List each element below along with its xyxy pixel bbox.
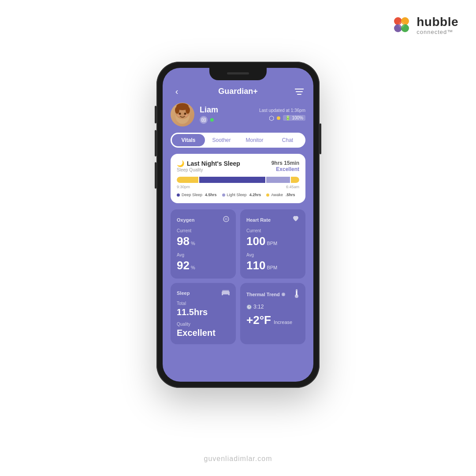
svg-rect-21: [222, 290, 229, 292]
svg-point-15: [177, 115, 180, 116]
sleep-quality-label-bottom: Quality: [177, 322, 230, 327]
svg-point-11: [184, 113, 186, 115]
svg-point-13: [175, 107, 179, 114]
oxygen-title: Oxygen: [177, 217, 194, 223]
heart-rate-current-unit: BPM: [267, 241, 277, 246]
hubble-logo: hubble connected™: [391, 15, 458, 36]
oxygen-current-value: 98: [177, 234, 190, 248]
bed-icon: [222, 289, 230, 297]
legend-light-value: 4.2hrs: [249, 193, 261, 197]
sleep-quality-value-bottom: Excellent: [177, 328, 216, 338]
status-dot-yellow: [277, 116, 280, 120]
battery-icon: 🔋: [285, 115, 290, 120]
legend-light-label: Light Sleep: [227, 193, 247, 197]
status-dot-green: [210, 118, 214, 122]
thermal-clock-icon: 🕐: [246, 305, 252, 309]
battery-value: 100%: [292, 115, 303, 120]
legend-deep-value: 4.5hrs: [205, 193, 217, 197]
mute-button: [155, 106, 156, 123]
heart-rate-avg-label: Avg: [246, 253, 299, 257]
legend-dot-light: [222, 193, 225, 197]
filter-button[interactable]: [293, 88, 305, 95]
oxygen-avg-value: 92: [177, 259, 190, 272]
svg-rect-22: [222, 294, 223, 295]
volume-down-button: [155, 162, 156, 189]
oxygen-avg-row: 92 %: [177, 259, 230, 272]
thermal-trend-label: Increase: [274, 320, 292, 325]
moon-icon: 🌙: [177, 160, 184, 167]
tab-chat[interactable]: Chat: [271, 134, 304, 146]
legend-awake-value: .5hrs: [286, 193, 295, 197]
tab-monitor[interactable]: Monitor: [238, 134, 271, 146]
svg-point-19: [223, 216, 229, 222]
svg-point-14: [186, 107, 190, 114]
legend-awake: Awake .5hrs: [266, 193, 295, 197]
speaker: [227, 72, 249, 74]
heart-rate-avg-row: 110 BPM: [246, 259, 299, 272]
power-button: [320, 123, 321, 154]
legend-deep-label: Deep Sleep: [182, 193, 202, 197]
sleep-quality-row: Excellent: [177, 328, 230, 338]
sleep-bar-light: [266, 177, 290, 183]
notch: [209, 68, 267, 80]
heart-rate-current-row: 100 BPM: [246, 234, 299, 248]
profile-status: Last updated at 1:36pm ⬡ 🔋 100%: [259, 108, 305, 122]
oxygen-avg-label: Avg: [177, 253, 230, 257]
svg-rect-23: [228, 294, 230, 295]
profile-icon-shape: [200, 116, 208, 124]
oxygen-card: Oxygen Current 98 %: [171, 209, 236, 279]
sleep-bar-awake-1: [177, 177, 198, 183]
svg-point-4: [398, 22, 405, 28]
svg-point-10: [179, 113, 181, 115]
sleep-bar: [177, 177, 299, 183]
sleep-card: 🌙 Last Night's Sleep Sleep Quality 9hrs …: [171, 154, 305, 203]
thermal-increase-row: +2°F Increase: [246, 313, 299, 327]
legend-awake-label: Awake: [271, 193, 283, 197]
legend-dot-awake: [266, 193, 269, 197]
sleep-total-label: Total: [177, 301, 230, 306]
last-updated-label: Last updated at 1:36pm: [259, 108, 305, 113]
sleep-bar-awake-2: [291, 177, 299, 183]
svg-rect-26: [296, 291, 297, 295]
sleep-duration-block: 9hrs 15min Excellent: [271, 160, 299, 172]
sleep-quality-value: Excellent: [271, 166, 299, 172]
sleep-end-time: 6:45am: [286, 185, 299, 189]
profile-name: Liam: [200, 105, 254, 115]
back-button[interactable]: ‹: [171, 86, 183, 97]
legend-deep-sleep: Deep Sleep 4.5hrs: [177, 193, 217, 197]
oxygen-current-label: Current: [177, 228, 230, 233]
svg-point-16: [185, 115, 188, 116]
hubble-connected: connected™: [416, 29, 458, 35]
sleep-quality-label: Sleep Quality: [177, 167, 240, 172]
sleep-duration-value: 9hrs 15min: [271, 160, 299, 166]
sleep-title: Last Night's Sleep: [187, 160, 240, 167]
sleep-total-value: 11.5hrs: [177, 307, 208, 317]
thermometer-icon: [294, 289, 299, 299]
heart-rate-title: Heart Rate: [246, 217, 271, 223]
heart-rate-current-value: 100: [246, 234, 265, 248]
oxygen-icon: [223, 216, 230, 224]
tab-soother[interactable]: Soother: [205, 134, 238, 146]
profile-row: Liam Last updated at 1:: [171, 101, 305, 133]
heart-rate-avg-value: 110: [246, 259, 265, 272]
thermal-time-row: 🕐 3:12: [246, 304, 299, 310]
heart-rate-avg-unit: BPM: [267, 265, 277, 270]
phone-frame: ‹ Guardian+: [156, 62, 320, 388]
tab-vitals[interactable]: Vitals: [172, 134, 205, 146]
sleep-bottom-title: Sleep: [177, 290, 190, 296]
app-header: ‹ Guardian+: [171, 80, 305, 101]
thermal-card: Thermal Trend i: [240, 283, 305, 344]
tabs-row: Vitals Soother Monitor Chat: [171, 133, 305, 148]
sleep-card-header: 🌙 Last Night's Sleep Sleep Quality 9hrs …: [177, 160, 299, 172]
footer-watermark: guvenliadimlar.com: [204, 455, 272, 463]
thermal-title: Thermal Trend: [246, 292, 280, 297]
phone-frame-wrapper: ‹ Guardian+: [156, 62, 320, 388]
profile-info: Liam: [200, 105, 254, 124]
oxygen-current-row: 98 %: [177, 234, 230, 248]
heart-icon: [292, 216, 299, 224]
hubble-logo-icon: [391, 15, 412, 36]
page-title: Guardian+: [218, 87, 258, 96]
thermal-title-row: Thermal Trend i: [246, 292, 285, 297]
vitals-grid: Oxygen Current 98 %: [171, 209, 305, 344]
volume-up-button: [155, 130, 156, 156]
